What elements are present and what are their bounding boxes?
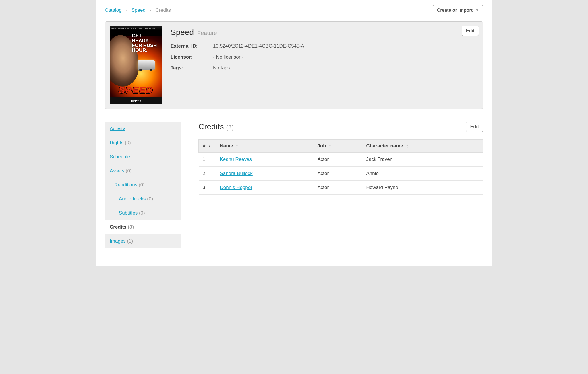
cell-job: Actor	[314, 167, 362, 181]
edit-summary-label: Edit	[466, 28, 475, 33]
breadcrumb-separator: ›	[150, 8, 151, 13]
section-title: Credits (3)	[198, 122, 234, 131]
cell-name-link[interactable]: Dennis Hopper	[220, 185, 252, 190]
breadcrumb-separator: ›	[126, 8, 127, 13]
cell-job: Actor	[314, 153, 362, 167]
table-row: 3 Dennis Hopper Actor Howard Payne	[199, 181, 483, 195]
cell-character: Howard Payne	[362, 181, 483, 195]
title-subtype: Feature	[197, 30, 217, 36]
sidebar-link[interactable]: Schedule	[110, 154, 130, 159]
poster-release-date: JUNE 10	[110, 100, 162, 103]
section-title-text: Credits	[198, 122, 224, 131]
sidebar-label: Credits	[110, 224, 127, 230]
poster-title: SPEED	[110, 85, 162, 96]
column-header-job[interactable]: Job ▲▼	[314, 140, 362, 153]
breadcrumb-speed[interactable]: Speed	[131, 7, 146, 13]
sidebar-link[interactable]: Audio tracks	[119, 196, 146, 202]
poster-image: KEANU REEVES DENNIS HOPPER SANDRA BULLOC…	[110, 26, 162, 104]
title-text: Speed	[171, 28, 194, 37]
sidebar: Activity Rights (0) Schedule Assets (0) …	[105, 122, 181, 248]
table-row: 1 Keanu Reeves Actor Jack Traven	[199, 153, 483, 167]
meta-value-licensor: - No licensor -	[213, 54, 243, 60]
poster-tagline: GET READY FOR RUSH HOUR.	[132, 33, 158, 53]
cell-character: Annie	[362, 167, 483, 181]
section-title-count: (3)	[226, 124, 234, 131]
meta-value-tags: No tags	[213, 65, 230, 71]
sidebar-count: (3)	[128, 224, 134, 230]
sidebar-item-images[interactable]: Images (1)	[105, 234, 181, 248]
sort-icon: ▲▼	[406, 144, 409, 148]
credits-table: # ▲ Name ▲▼ Job ▲▼ Character name	[198, 139, 483, 195]
column-header-label: Character name	[366, 143, 403, 149]
sidebar-link[interactable]: Renditions	[114, 182, 137, 188]
sidebar-item-rights[interactable]: Rights (0)	[105, 136, 181, 150]
edit-credits-label: Edit	[470, 124, 479, 129]
sort-icon: ▲▼	[236, 144, 239, 148]
sidebar-item-renditions[interactable]: Renditions (0)	[105, 178, 181, 192]
sidebar-item-subtitles[interactable]: Subtitles (0)	[105, 206, 181, 220]
sort-icon: ▲▼	[328, 144, 331, 148]
meta-value-external-id: 10.5240/2C12-4DE1-4CBC-11DE-C545-A	[213, 43, 304, 49]
sidebar-item-credits[interactable]: Credits (3)	[105, 220, 181, 234]
sort-asc-icon: ▲	[208, 145, 211, 147]
sidebar-item-schedule[interactable]: Schedule	[105, 150, 181, 164]
poster-top-credits: KEANU REEVES DENNIS HOPPER SANDRA BULLOC…	[110, 26, 162, 30]
sidebar-count: (1)	[127, 238, 133, 244]
column-header-character[interactable]: Character name ▲▼	[362, 140, 483, 153]
sidebar-count: (0)	[139, 210, 145, 216]
sidebar-link[interactable]: Activity	[110, 126, 125, 131]
table-row: 2 Sandra Bullock Actor Annie	[199, 167, 483, 181]
create-or-import-button[interactable]: Create or Import ▼	[433, 5, 483, 15]
sidebar-link[interactable]: Assets	[110, 168, 124, 174]
cell-number: 2	[199, 167, 216, 181]
summary-card: KEANU REEVES DENNIS HOPPER SANDRA BULLOC…	[105, 21, 483, 109]
cell-character: Jack Traven	[362, 153, 483, 167]
column-header-label: #	[203, 143, 205, 149]
sidebar-link[interactable]: Subtitles	[119, 210, 138, 216]
edit-credits-button[interactable]: Edit	[466, 122, 483, 132]
cell-name-link[interactable]: Keanu Reeves	[220, 157, 252, 162]
sidebar-link[interactable]: Rights	[110, 140, 123, 145]
column-header-label: Job	[318, 143, 326, 149]
column-header-label: Name	[220, 143, 233, 149]
edit-summary-button[interactable]: Edit	[462, 26, 479, 36]
sidebar-item-audio-tracks[interactable]: Audio tracks (0)	[105, 192, 181, 206]
sidebar-count: (0)	[126, 168, 132, 174]
cell-name-link[interactable]: Sandra Bullock	[220, 171, 253, 176]
cell-job: Actor	[314, 181, 362, 195]
sidebar-count: (0)	[139, 182, 145, 188]
sidebar-item-assets[interactable]: Assets (0)	[105, 164, 181, 178]
sidebar-item-activity[interactable]: Activity	[105, 122, 181, 136]
breadcrumb-catalog[interactable]: Catalog	[105, 7, 122, 13]
sidebar-count: (0)	[125, 140, 131, 145]
meta-label-external-id: External ID:	[171, 43, 213, 49]
column-header-name[interactable]: Name ▲▼	[216, 140, 314, 153]
chevron-down-icon: ▼	[475, 8, 479, 12]
cell-number: 3	[199, 181, 216, 195]
create-or-import-label: Create or Import	[437, 8, 473, 13]
cell-number: 1	[199, 153, 216, 167]
meta-label-tags: Tags:	[171, 65, 213, 71]
page-title: Speed Feature	[171, 28, 478, 37]
meta-label-licensor: Licensor:	[171, 54, 213, 60]
column-header-number[interactable]: # ▲	[199, 140, 216, 153]
sidebar-count: (0)	[147, 196, 153, 202]
breadcrumb-current: Credits	[155, 7, 171, 13]
sidebar-link[interactable]: Images	[110, 238, 126, 244]
breadcrumb: Catalog › Speed › Credits	[105, 7, 171, 13]
